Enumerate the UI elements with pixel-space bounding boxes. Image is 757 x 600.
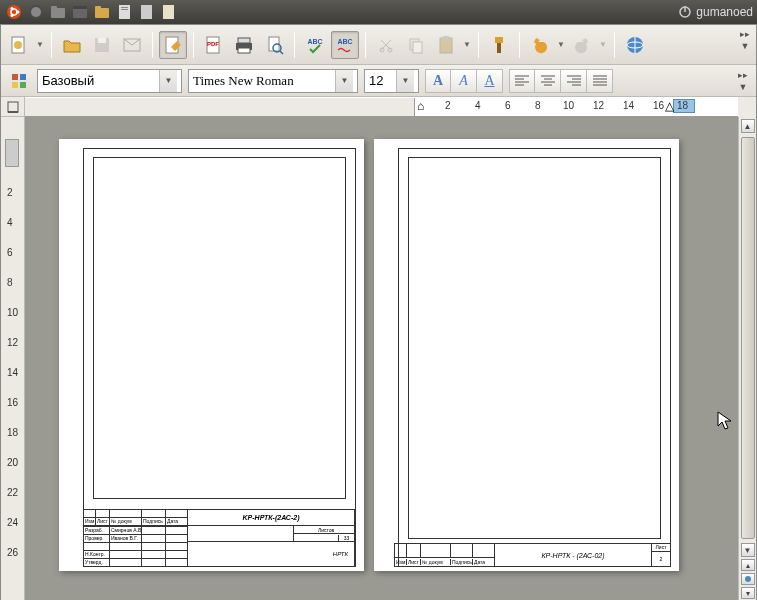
doc-title-2: КР-НРТК - (2АС-02): [541, 552, 604, 559]
save-button[interactable]: [88, 31, 116, 59]
hyperlink-button[interactable]: [621, 31, 649, 59]
undo-button[interactable]: [526, 31, 554, 59]
print-preview-button[interactable]: [260, 31, 288, 59]
page-2[interactable]: ИзмЛист№ докумПодписьДата КР-НРТК - (2АС…: [374, 139, 679, 571]
svg-point-2: [17, 11, 20, 14]
cut-button[interactable]: [372, 31, 400, 59]
svg-rect-11: [95, 8, 109, 18]
underline-button[interactable]: A: [477, 69, 503, 93]
font-size-combo[interactable]: 12 ▼: [364, 69, 419, 93]
svg-rect-50: [20, 82, 26, 88]
ruler-mark: 12: [7, 337, 18, 348]
horizontal-ruler[interactable]: ⌂ 2 4 6 8 10 12 14 16 18 △: [25, 97, 738, 117]
align-right-button[interactable]: [561, 69, 587, 93]
email-button[interactable]: [118, 31, 146, 59]
copy-button[interactable]: [402, 31, 430, 59]
scroll-up-button[interactable]: ▲: [741, 119, 755, 133]
ruler-mark: 8: [7, 277, 13, 288]
svg-rect-42: [495, 37, 503, 43]
paste-button[interactable]: [432, 31, 460, 59]
ruler-mark: 18: [7, 427, 18, 438]
paste-dropdown[interactable]: ▼: [462, 31, 472, 59]
folder-yellow-icon[interactable]: [92, 2, 112, 22]
style-dropdown-icon: ▼: [159, 70, 177, 92]
svg-line-33: [280, 51, 283, 54]
user-menu[interactable]: gumanoed: [678, 5, 753, 19]
undo-dropdown[interactable]: ▼: [556, 31, 566, 59]
media-icon[interactable]: [70, 2, 90, 22]
app-window: ▼ PDF ABC ABC: [0, 24, 757, 600]
ruler-mark: 22: [7, 487, 18, 498]
page-1[interactable]: ИзмЛист№ докумПодписьДата KP-НРТК-(2АС-2…: [59, 139, 364, 571]
scroll-thumb[interactable]: [741, 137, 755, 539]
ruler-mark: 14: [623, 100, 634, 111]
document3-icon[interactable]: [158, 2, 178, 22]
spellcheck-button[interactable]: ABC: [301, 31, 329, 59]
autospellcheck-button[interactable]: ABC: [331, 31, 359, 59]
vertical-scrollbar[interactable]: ▲ ▼ ▴ ▾: [738, 117, 756, 600]
font-name-combo[interactable]: Times New Roman ▼: [188, 69, 358, 93]
ruler-mark: 4: [475, 100, 481, 111]
print-button[interactable]: [230, 31, 258, 59]
svg-text:ABC: ABC: [307, 38, 322, 45]
ubuntu-menu-icon[interactable]: [4, 2, 24, 22]
document-icon[interactable]: [114, 2, 134, 22]
new-doc-dropdown[interactable]: ▼: [35, 31, 45, 59]
document2-icon[interactable]: [136, 2, 156, 22]
svg-rect-28: [238, 38, 250, 43]
ruler-mark: 24: [7, 517, 18, 528]
prev-page-button[interactable]: ▴: [741, 559, 755, 571]
svg-rect-30: [238, 48, 250, 53]
redo-dropdown[interactable]: ▼: [598, 31, 608, 59]
toolbar-overflow[interactable]: ▸▸▼: [738, 29, 752, 51]
ruler-mark: 4: [7, 217, 13, 228]
align-center-button[interactable]: [535, 69, 561, 93]
new-doc-button[interactable]: [5, 31, 33, 59]
pdf-export-button[interactable]: PDF: [200, 31, 228, 59]
svg-rect-12: [95, 6, 101, 9]
indent-marker-icon[interactable]: ⌂: [417, 99, 424, 113]
next-page-button[interactable]: ▾: [741, 587, 755, 599]
ruler-corner[interactable]: [1, 97, 25, 117]
edit-mode-button[interactable]: [159, 31, 187, 59]
svg-point-21: [14, 41, 22, 49]
svg-rect-10: [73, 6, 87, 9]
open-button[interactable]: [58, 31, 86, 59]
size-dropdown-icon: ▼: [396, 70, 414, 92]
style-value: Базовый: [42, 73, 94, 88]
svg-point-6: [31, 7, 41, 17]
document-workspace[interactable]: ИзмЛист№ докумПодписьДата KP-НРТК-(2АС-2…: [25, 117, 738, 600]
ruler-mark: 10: [563, 100, 574, 111]
svg-text:PDF: PDF: [207, 41, 219, 47]
ruler-mark: 14: [7, 367, 18, 378]
ruler-mark: 2: [445, 100, 451, 111]
styles-window-button[interactable]: [7, 69, 31, 93]
svg-rect-8: [51, 6, 57, 9]
scroll-down-button[interactable]: ▼: [741, 543, 755, 557]
ruler-mark: 6: [7, 247, 13, 258]
vertical-ruler[interactable]: 2 4 6 8 10 12 14 16 18 20 22 24 26: [1, 117, 25, 600]
align-justify-button[interactable]: [587, 69, 613, 93]
svg-rect-48: [20, 74, 26, 80]
bold-button[interactable]: A: [425, 69, 451, 93]
firefox-icon[interactable]: [26, 2, 46, 22]
title-block-page2: ИзмЛист№ докумПодписьДата КР-НРТК - (2АС…: [394, 543, 671, 567]
svg-rect-43: [497, 43, 501, 53]
ruler-mark: 12: [593, 100, 604, 111]
font-value: Times New Roman: [193, 73, 294, 89]
font-dropdown-icon: ▼: [335, 70, 353, 92]
svg-point-3: [11, 7, 14, 10]
redo-button[interactable]: [568, 31, 596, 59]
paragraph-style-combo[interactable]: Базовый ▼: [37, 69, 182, 93]
desktop-panel: gumanoed: [0, 0, 757, 24]
align-left-button[interactable]: [509, 69, 535, 93]
indent-marker-right-icon[interactable]: △: [665, 99, 674, 113]
format-paintbrush-button[interactable]: [485, 31, 513, 59]
italic-button[interactable]: A: [451, 69, 477, 93]
ruler-mark: 16: [653, 100, 664, 111]
svg-point-69: [745, 576, 751, 582]
files-icon[interactable]: [48, 2, 68, 22]
svg-point-4: [11, 14, 14, 17]
nav-button[interactable]: [741, 573, 755, 585]
format-overflow[interactable]: ▸▸▼: [736, 70, 750, 92]
